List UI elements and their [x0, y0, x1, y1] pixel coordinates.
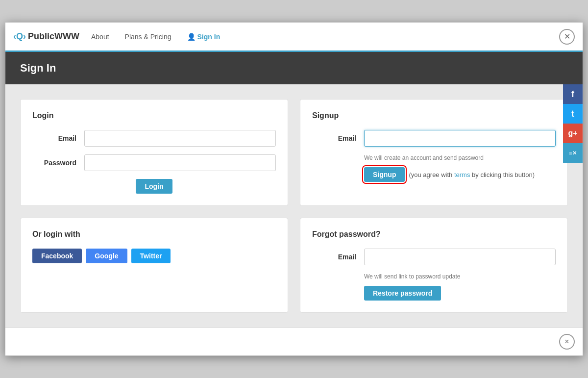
signup-hint: We will create an account and send passw… [364, 154, 556, 161]
sidebar-facebook-icon[interactable]: f [563, 84, 583, 104]
navbar: ‹Q› PublicWWW About Plans & Pricing 👤Sig… [5, 23, 583, 52]
page-title: Sign In [20, 62, 568, 75]
login-card: Login Email Password Login [20, 99, 288, 206]
login-password-input[interactable] [84, 154, 276, 171]
login-btn-row: Login [32, 179, 276, 194]
twitter-login-button[interactable]: Twitter [131, 249, 171, 263]
navbar-close-button[interactable]: ✕ [559, 29, 575, 45]
bottom-close-button[interactable]: × [559, 334, 575, 350]
signup-email-input[interactable] [364, 130, 556, 147]
nav-plans-link[interactable]: Plans & Pricing [125, 33, 172, 41]
nav-about[interactable]: About [91, 33, 109, 41]
bottom-close-bar: × [5, 328, 583, 355]
signup-card-title: Signup [312, 111, 556, 120]
main-content: Login Email Password Login Signup Email … [5, 84, 583, 328]
login-password-label: Password [32, 159, 76, 167]
forgot-email-input[interactable] [364, 249, 556, 265]
bottom-close-icon: × [564, 337, 569, 346]
navbar-close-icon: ✕ [564, 32, 570, 41]
sidebar-twitter-icon[interactable]: t [563, 104, 583, 124]
signup-email-label: Email [312, 134, 356, 142]
nav-signin-link[interactable]: 👤Sign In [187, 33, 220, 41]
user-icon: 👤 [187, 33, 196, 41]
sidebar-googleplus-icon[interactable]: g+ [563, 124, 583, 143]
facebook-login-button[interactable]: Facebook [32, 249, 82, 263]
login-card-title: Login [32, 111, 276, 120]
signup-button[interactable]: Signup [364, 167, 405, 182]
signup-card: Signup Email We will create an account a… [300, 99, 568, 206]
brand: ‹Q› PublicWWW [13, 31, 79, 42]
google-login-button[interactable]: Google [86, 249, 127, 263]
social-login-buttons: Facebook Google Twitter [32, 249, 276, 263]
sidebar-menu-icon[interactable]: ≡✕ [563, 143, 583, 163]
login-button[interactable]: Login [136, 179, 172, 194]
nav-about-link[interactable]: About [91, 33, 109, 41]
forgot-hint: We will send link to password update [364, 273, 556, 280]
social-login-title: Or login with [32, 230, 276, 239]
login-password-row: Password [32, 154, 276, 171]
terms-link[interactable]: terms [454, 171, 470, 178]
page-title-bar: Sign In [5, 52, 583, 84]
login-email-row: Email [32, 130, 276, 147]
nav-signin[interactable]: 👤Sign In [187, 33, 220, 41]
brand-name: PublicWWW [28, 31, 79, 42]
forgot-email-row: Email [312, 249, 556, 265]
restore-btn-row: Restore password [364, 286, 556, 301]
forgot-password-title: Forgot password? [312, 230, 556, 239]
brand-arrows: ‹Q› [13, 31, 26, 42]
login-email-input[interactable] [84, 130, 276, 147]
forgot-password-card: Forgot password? Email We will send link… [300, 218, 568, 313]
signup-email-row: Email [312, 130, 556, 147]
nav-plans[interactable]: Plans & Pricing [125, 33, 172, 41]
modal-container: ‹Q› PublicWWW About Plans & Pricing 👤Sig… [5, 22, 583, 356]
login-email-label: Email [32, 134, 76, 142]
social-sidebar: f t g+ ≡✕ [563, 84, 583, 163]
restore-password-button[interactable]: Restore password [364, 286, 441, 301]
signup-terms: (you agree with terms by clicking this b… [409, 171, 535, 178]
forgot-email-label: Email [312, 253, 356, 261]
nav-links: About Plans & Pricing 👤Sign In [91, 33, 220, 41]
social-login-card: Or login with Facebook Google Twitter [20, 218, 288, 313]
signup-action-row: Signup (you agree with terms by clicking… [364, 167, 556, 182]
